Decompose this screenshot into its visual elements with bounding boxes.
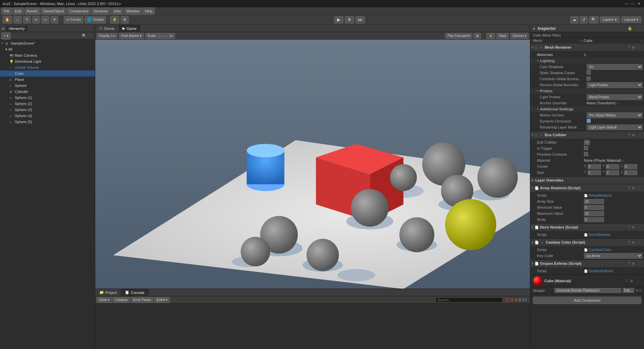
material-circle-btn[interactable]: ○ (622, 158, 624, 162)
snap-toggle[interactable]: ⚡ (110, 16, 119, 23)
shader-list-btn[interactable]: ≡ (639, 289, 641, 292)
editor-dropdown[interactable]: Editor ▾ (154, 297, 170, 303)
clear-dropdown[interactable]: Clear ▾ (97, 297, 112, 303)
anchor-circle-btn[interactable]: ○ (616, 101, 619, 105)
hierarchy-item-global-volume[interactable]: ○ Global Volume (0, 64, 95, 70)
hierarchy-item-main-camera[interactable]: 📷 Main Camera (0, 52, 95, 58)
mesh-renderer-enabled-check[interactable]: ✓ (540, 45, 543, 50)
hierarchy-item-cube[interactable]: □ Cube (0, 70, 95, 77)
cloud-btn[interactable]: ☁ (570, 16, 579, 23)
cc-help-btn[interactable]: ? (628, 241, 630, 244)
cc-more-btn[interactable]: ⋮ (636, 240, 643, 245)
play-focused-btn[interactable]: Play Focused ▾ (445, 33, 473, 39)
aspect-dropdown[interactable]: Free Aspect ▾ (119, 33, 144, 39)
rendering-layer-select[interactable]: Light Layer default (587, 124, 643, 130)
is-trigger-checkbox[interactable] (584, 146, 588, 150)
menu-edit[interactable]: Edit (13, 7, 24, 15)
hierarchy-item-sphere2[interactable]: ○ Sphere (2) (0, 101, 95, 107)
cc-settings-btn[interactable]: ⚙ (632, 241, 635, 244)
maximize-btn[interactable]: □ (631, 1, 635, 6)
aa-more-btn[interactable]: ⋮ (636, 186, 643, 190)
mesh-renderer-header[interactable]: ▾ ⬡ ✓ Mesh Renderer ? ⚙ ⋮ (530, 44, 644, 51)
collapse-btn[interactable]: Collapse (112, 297, 130, 303)
dn-more-btn[interactable]: ⋮ (636, 225, 643, 230)
undo-history-btn[interactable]: ↺ (580, 16, 588, 23)
dynamic-occlusion-checkbox[interactable] (587, 119, 591, 123)
console-more-btn[interactable]: ⋮ (524, 290, 530, 295)
menu-file[interactable]: File (1, 7, 12, 15)
pause-button[interactable]: ⏸ (345, 16, 354, 23)
box-collider-more-btn[interactable]: ⋮ (636, 133, 643, 137)
settings-btn[interactable]: ⚙ (121, 16, 129, 23)
hierarchy-add-btn[interactable]: + ▾ (1, 32, 11, 40)
layers-dropdown[interactable]: Layers ▾ (600, 16, 620, 23)
cast-shadows-select[interactable]: OnOffTwo Sided (587, 64, 643, 70)
play-button[interactable]: ▶ (334, 16, 343, 23)
cube-material-more-btn[interactable]: ⋮ (635, 279, 641, 283)
edit-collider-btn[interactable]: ✏ (584, 140, 643, 144)
box-collider-enabled-check[interactable]: ✓ (540, 133, 543, 137)
layer-overrides-header[interactable]: ▶ Layer Overrides (530, 177, 644, 184)
inspector-lock-btn[interactable]: 🔒 (628, 26, 632, 31)
hierarchy-item-sphere3[interactable]: ○ Sphere (3) (0, 107, 95, 113)
cc-enabled-check[interactable]: ✓ (541, 240, 544, 245)
pivot-toggle[interactable]: ⊙ Center (64, 16, 84, 23)
script-cc-value[interactable]: 📄 CambiarColor (584, 248, 643, 252)
menu-services[interactable]: Services (91, 7, 110, 15)
motion-vectors-select[interactable]: Per Object Motion (587, 112, 643, 118)
scene-options-btn[interactable]: ⋮ (88, 42, 94, 45)
scale-control[interactable]: Scale ◁——▷ 1x (145, 33, 175, 39)
aa-help-btn[interactable]: ? (628, 186, 630, 190)
cambiar-color-header[interactable]: ▾ 📄 ✓ Cambiar Color (Script) ? ⚙ ⋮ (530, 239, 644, 246)
move-tool[interactable]: ↔ (13, 16, 22, 23)
minimum-value-input[interactable] (584, 205, 604, 210)
game-tab[interactable]: ▶ Game (118, 25, 141, 32)
shader-edit-btn[interactable]: Edit... (623, 288, 635, 293)
center-y-input[interactable] (606, 164, 619, 169)
mesh-renderer-help-btn[interactable]: ? (628, 46, 630, 49)
hand-tool[interactable]: ✋ (3, 16, 12, 23)
grupos-esferas-header[interactable]: ▾ 📄 Grupos Esferas (Script) ? ⚙ ⋮ (530, 260, 644, 267)
light-probes-select[interactable]: Blend Probes (587, 94, 643, 100)
key-code-select[interactable]: Up Arrow (584, 253, 643, 259)
global-toggle[interactable]: 🌐 Global (85, 16, 106, 23)
hierarchy-item-plane[interactable]: □ Plane (0, 77, 95, 83)
hierarchy-item-cylinder[interactable]: ⊙ Cylinder (0, 89, 95, 95)
shader-expand-btn[interactable]: ▾ (636, 289, 638, 292)
size-z-input[interactable] (624, 170, 637, 175)
add-component-button[interactable]: Add Component (533, 297, 641, 304)
minimize-btn[interactable]: — (625, 1, 629, 6)
array-size-input[interactable] (584, 199, 604, 204)
close-btn[interactable]: ✕ (637, 1, 641, 6)
size-y-input[interactable] (606, 170, 619, 175)
hierarchy-item-sphere1[interactable]: ○ Sphere (1) (0, 95, 95, 101)
hierarchy-item-sphere4[interactable]: ○ Sphere (4) (0, 113, 95, 119)
mesh-renderer-more-btn[interactable]: ⋮ (636, 45, 643, 50)
array-aleatorio-header[interactable]: ▾ 📄 Array Aleatorio (Script) ? ⚙ ⋮ (530, 184, 644, 192)
ge-help-btn[interactable]: ? (628, 262, 630, 265)
rotate-tool[interactable]: ↻ (23, 16, 31, 23)
script-aa-value[interactable]: 📄 ArrayAleatorio (584, 193, 643, 197)
dn-help-btn[interactable]: ? (628, 226, 630, 229)
hierarchy-tab[interactable]: Hierarchy (6, 26, 27, 31)
mesh-renderer-settings-btn[interactable]: ⚙ (632, 46, 635, 49)
menu-help[interactable]: Help (143, 7, 155, 15)
menu-gameobject[interactable]: GameObject (41, 7, 66, 15)
all-filter-item[interactable]: ▾ All (0, 46, 95, 52)
array-count-input[interactable] (584, 217, 604, 222)
console-search-input[interactable] (437, 298, 501, 302)
box-collider-header[interactable]: ▾ ⬡ ✓ Box Collider ? ⚙ ⋮ (530, 131, 644, 139)
step-button[interactable]: ⏭ (356, 16, 365, 23)
scene-root-item[interactable]: ▾ ⊙ SampleScene* ⋮ (0, 40, 95, 46)
size-x-input[interactable] (588, 170, 601, 175)
center-x-input[interactable] (588, 164, 601, 169)
rect-tool[interactable]: ▭ (41, 16, 49, 23)
inspector-more-btn[interactable]: ⋮ (635, 26, 641, 31)
menu-window[interactable]: Window (124, 7, 142, 15)
mesh-circle-btn[interactable]: ○ (640, 39, 643, 43)
script-dn-value[interactable]: 📄 DecirNombre (584, 233, 643, 237)
view-more-btn[interactable]: ⋮ (524, 26, 530, 31)
hierarchy-item-sphere5[interactable]: ○ Sphere (5) (0, 119, 95, 125)
script-ge-value[interactable]: 📄 GruposEsferas (584, 269, 643, 273)
project-tab[interactable]: 📁 Project (95, 289, 121, 296)
